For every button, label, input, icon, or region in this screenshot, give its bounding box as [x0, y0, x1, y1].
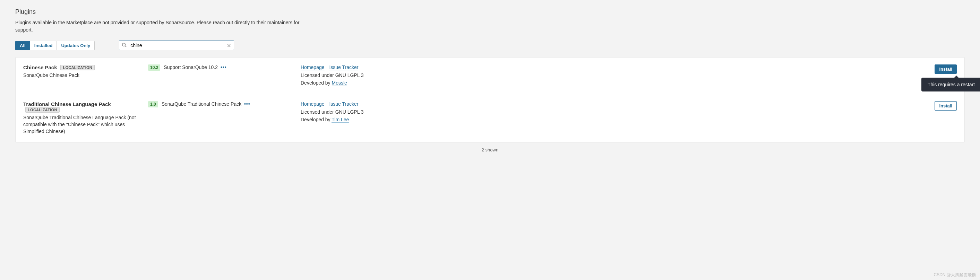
homepage-link[interactable]: Homepage	[301, 65, 325, 70]
plugin-action-col: Install This requires a restart	[908, 65, 957, 87]
developed-prefix: Developed by	[301, 117, 331, 122]
filter-updates-only[interactable]: Updates Only	[57, 41, 95, 50]
filter-group: All Installed Updates Only	[15, 41, 95, 50]
more-icon[interactable]: •••	[221, 65, 227, 70]
homepage-link[interactable]: Homepage	[301, 101, 325, 107]
controls-row: All Installed Updates Only ✕	[15, 41, 965, 50]
developer-text: Developed by Mossle	[301, 79, 901, 87]
version-badge: 10.2	[148, 65, 160, 71]
plugin-desc-col: 1.0 SonarQube Traditional Chinese Pack •…	[148, 101, 294, 135]
plugin-description-text: Support SonarQube 10.2	[164, 65, 218, 70]
issue-tracker-link[interactable]: Issue Tracker	[329, 65, 358, 70]
clear-search-icon[interactable]: ✕	[227, 43, 231, 48]
plugin-subtitle: SonarQube Traditional Chinese Language P…	[23, 114, 141, 135]
plugin-row: Chinese Pack LOCALIZATION SonarQube Chin…	[16, 57, 964, 94]
issue-tracker-link[interactable]: Issue Tracker	[329, 101, 358, 107]
developer-link[interactable]: Tim Lee	[331, 117, 349, 123]
license-name: GNU LGPL 3	[335, 109, 364, 115]
license-prefix: Licensed under	[301, 109, 335, 115]
plugin-row: Traditional Chinese Language Pack LOCALI…	[16, 94, 964, 142]
restart-tooltip: This requires a restart	[921, 78, 980, 92]
license-text: Licensed under GNU LGPL 3	[301, 71, 901, 79]
category-badge: LOCALIZATION	[60, 65, 95, 70]
plugin-subtitle: SonarQube Chinese Pack	[23, 72, 141, 79]
plugin-name: Chinese Pack	[23, 65, 57, 70]
page-title: Plugins	[15, 8, 965, 16]
plugin-description-text: SonarQube Traditional Chinese Pack	[162, 101, 241, 107]
developer-link[interactable]: Mossle	[332, 80, 347, 86]
install-button[interactable]: Install	[935, 101, 957, 111]
search-wrap: ✕	[119, 41, 234, 50]
plugin-desc-col: 10.2 Support SonarQube 10.2 •••	[148, 65, 294, 87]
plugin-name: Traditional Chinese Language Pack	[23, 101, 111, 107]
license-name: GNU LGPL 3	[335, 73, 364, 78]
license-text: Licensed under GNU LGPL 3	[301, 108, 901, 116]
plugin-description: Support SonarQube 10.2 •••	[164, 65, 226, 70]
result-count: 2 shown	[15, 147, 965, 152]
plugin-name-col: Traditional Chinese Language Pack LOCALI…	[23, 101, 141, 135]
plugin-links: Homepage Issue Tracker	[301, 65, 901, 70]
developer-text: Developed by Tim Lee	[301, 116, 901, 123]
plugin-list: Chinese Pack LOCALIZATION SonarQube Chin…	[15, 57, 965, 142]
install-button[interactable]: Install	[935, 65, 957, 74]
category-badge: LOCALIZATION	[25, 107, 60, 112]
plugin-name-col: Chinese Pack LOCALIZATION SonarQube Chin…	[23, 65, 141, 87]
license-prefix: Licensed under	[301, 73, 335, 78]
filter-all[interactable]: All	[15, 41, 30, 50]
plugin-links: Homepage Issue Tracker	[301, 101, 901, 107]
plugin-description: SonarQube Traditional Chinese Pack •••	[162, 101, 250, 107]
more-icon[interactable]: •••	[244, 101, 250, 107]
filter-installed[interactable]: Installed	[30, 41, 57, 50]
version-badge: 1.0	[148, 101, 158, 108]
plugin-meta-col: Homepage Issue Tracker Licensed under GN…	[301, 65, 901, 87]
search-input[interactable]	[119, 41, 234, 50]
page-description: Plugins available in the Marketplace are…	[15, 19, 313, 33]
plugin-action-col: Install	[908, 101, 957, 135]
developed-prefix: Developed by	[301, 80, 332, 85]
plugin-meta-col: Homepage Issue Tracker Licensed under GN…	[301, 101, 901, 135]
